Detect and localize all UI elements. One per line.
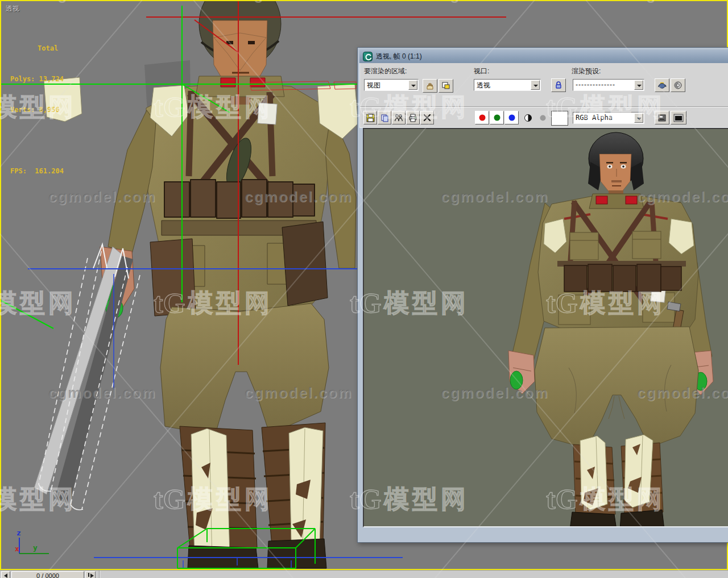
rfw-toolbar: 要渲染的区域: 视口: 渲染预设: 视图 透视: [359, 63, 728, 128]
render-setup-button[interactable]: [655, 78, 669, 92]
environment-effects-button[interactable]: [671, 78, 685, 92]
save-image-button[interactable]: [363, 111, 377, 124]
alpha-gray-dot-icon: [539, 114, 547, 122]
screen: z x y 透视 Total Polys: 13,724 Verts: 8,95…: [0, 0, 728, 578]
next-frame-button[interactable]: [85, 571, 96, 578]
dark-frame-icon: [673, 114, 684, 122]
alpha-channel-button[interactable]: [537, 111, 548, 124]
area-to-render-label: 要渲染的区域:: [364, 66, 407, 76]
render-preset-label: 渲染预设:: [572, 66, 601, 76]
stat-polys-value: 13,724: [39, 75, 64, 83]
rendered-image-area[interactable]: [363, 128, 728, 527]
clone-window-people-icon: [394, 114, 403, 122]
soldier-model-wireframe[interactable]: [44, 1, 358, 568]
viewport-statistics: Total Polys: 13,724 Verts: 8,956 FPS: 16…: [10, 23, 64, 197]
selected-rifle-object[interactable]: [34, 244, 140, 510]
teapot-icon: [657, 81, 667, 90]
previous-frame-icon: [4, 573, 7, 578]
lock-viewport-button[interactable]: [551, 78, 566, 92]
stat-verts-label: Verts:: [10, 106, 35, 114]
edit-region-button[interactable]: [423, 79, 437, 93]
stat-verts-value: 8,956: [39, 106, 60, 114]
copy-image-icon: [380, 114, 389, 122]
environment-sphere-icon: [673, 81, 682, 90]
3ds-max-logo-icon: [363, 52, 373, 61]
monochrome-half-circle-icon: [524, 114, 532, 122]
blue-channel-button[interactable]: [504, 111, 519, 124]
green-channel-icon: [493, 114, 501, 122]
render-preset-combo[interactable]: --------------: [573, 79, 644, 91]
viewport-combo[interactable]: 透视: [474, 79, 541, 91]
pixel-color-swatch[interactable]: [551, 111, 568, 126]
chevron-down-icon[interactable]: [634, 80, 643, 90]
time-slider-handle[interactable]: 0 / 0000: [11, 571, 84, 578]
clone-rendered-frame-button[interactable]: [392, 111, 406, 124]
chevron-down-icon[interactable]: [634, 113, 643, 123]
time-slider[interactable]: 0 / 0000: [0, 570, 728, 578]
viewport-label[interactable]: 透视: [6, 4, 19, 14]
red-channel-button[interactable]: [475, 111, 489, 124]
pan-hand-icon: [425, 81, 435, 90]
next-frame-icon: [90, 573, 94, 578]
world-axis-tripod: z x y: [15, 529, 49, 554]
x-delete-icon: [423, 114, 431, 122]
print-image-button[interactable]: [406, 111, 420, 124]
viewport-label-rfw: 视口:: [474, 66, 489, 76]
blue-channel-icon: [508, 114, 516, 122]
axis-z-label: z: [16, 529, 21, 537]
rendered-frame-window[interactable]: 透视, 帧 0 (1:1) 要渲染的区域: 视口: 渲染预设: 视图: [357, 47, 728, 543]
monochrome-button[interactable]: [522, 111, 534, 124]
auto-region-selected-button[interactable]: [439, 79, 453, 93]
toggle-ui-overlays-button[interactable]: [655, 111, 669, 124]
axis-x-label: x: [15, 544, 19, 553]
clear-image-button[interactable]: [420, 111, 434, 124]
toolbar-divider: [360, 106, 728, 107]
area-to-render-combo[interactable]: 视图: [364, 79, 419, 91]
region-windows-icon: [441, 81, 450, 90]
stat-polys-label: Polys:: [10, 75, 35, 83]
rendered-soldier: [364, 129, 728, 527]
window-overlay-icon: [657, 114, 667, 122]
stat-fps-label: FPS:: [10, 167, 27, 175]
axis-y-label: y: [33, 543, 38, 552]
previous-frame-button[interactable]: [1, 571, 10, 578]
time-slider-separator: [99, 571, 100, 578]
copy-image-button[interactable]: [378, 111, 391, 124]
printer-icon: [408, 114, 417, 122]
floppy-disk-icon: [366, 114, 375, 122]
toggle-ui-button[interactable]: [671, 111, 686, 124]
green-channel-button[interactable]: [490, 111, 504, 124]
chevron-down-icon[interactable]: [531, 80, 540, 90]
stat-total-label: Total: [38, 44, 58, 52]
chevron-down-icon[interactable]: [408, 80, 417, 90]
rfw-title-text: 透视, 帧 0 (1:1): [376, 52, 422, 61]
red-channel-icon: [478, 114, 486, 122]
stat-fps-value: 161.204: [35, 167, 64, 175]
channel-display-combo[interactable]: RGB Alpha: [573, 112, 644, 124]
rfw-titlebar[interactable]: 透视, 帧 0 (1:1): [359, 49, 728, 63]
padlock-icon: [554, 81, 563, 90]
